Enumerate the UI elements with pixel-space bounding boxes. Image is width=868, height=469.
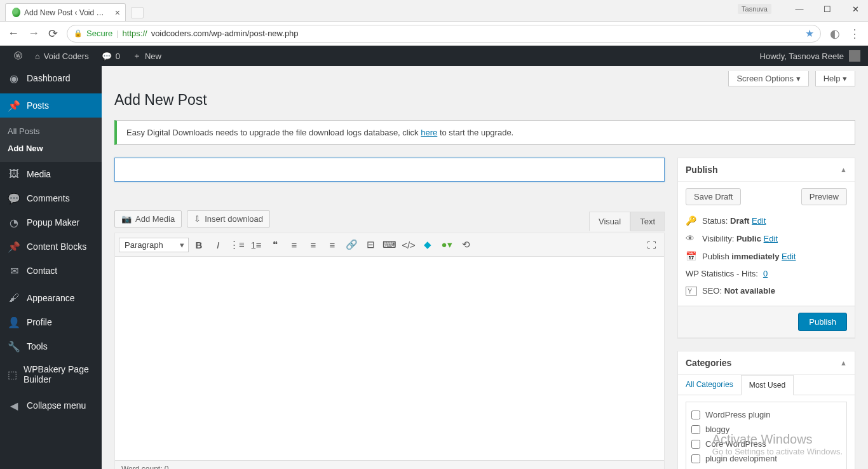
howdy-text[interactable]: Howdy, Tasnova Reete (760, 51, 844, 61)
plugin2-icon[interactable]: ●▾ (438, 236, 456, 254)
sidebar-item-appearance[interactable]: 🖌Appearance (0, 286, 102, 310)
preview-button[interactable]: Preview (801, 188, 847, 205)
reload-button[interactable]: ⟳ (48, 27, 58, 41)
browser-tab[interactable]: Add New Post ‹ Void Cod… × (5, 3, 126, 21)
align-right-button[interactable]: ≡ (323, 236, 341, 254)
publish-button[interactable]: Publish (798, 313, 847, 331)
wordpress-icon: ⓦ (14, 50, 22, 62)
edit-publish-link[interactable]: Edit (782, 252, 796, 261)
forward-button[interactable]: → (28, 27, 39, 40)
post-title-input[interactable] (114, 158, 665, 182)
edit-status-link[interactable]: Edit (752, 216, 766, 226)
sidebar-item-contact[interactable]: ✉Contact (0, 259, 102, 283)
comments-link[interactable]: 💬0 (95, 51, 126, 61)
category-checkbox[interactable] (691, 411, 700, 419)
sidebar-item-posts[interactable]: 📌Posts (0, 93, 102, 118)
menu-icon[interactable]: ⋮ (849, 27, 860, 41)
tab-most-used[interactable]: Most Used (741, 375, 794, 395)
paragraph-select[interactable]: Paragraph (119, 238, 189, 252)
comments-icon: 💬 (8, 192, 20, 205)
sidebar-collapse[interactable]: ◀Collapse menu (0, 393, 102, 418)
italic-button[interactable]: I (209, 236, 227, 254)
screen-options-button[interactable]: Screen Options ▾ (728, 71, 808, 86)
notice-here-link[interactable]: here (421, 128, 437, 137)
popup-icon: ◔ (8, 216, 20, 229)
window-close-button[interactable]: ✕ (843, 0, 868, 18)
category-list[interactable]: WordPress plugin bloggy Core WordPress p… (686, 402, 847, 469)
tab-text[interactable]: Text (630, 212, 665, 231)
sidebar-item-media[interactable]: 🖼Media (0, 162, 102, 186)
sidebar-item-wpbakery[interactable]: ⬚WPBakery Page Builder (0, 358, 102, 390)
lock-icon: 🔒 (74, 29, 83, 37)
upgrade-notice: Easy Digital Downloads needs to upgrade … (114, 120, 855, 145)
plugin1-icon[interactable]: ◆ (419, 236, 437, 254)
extension-icon[interactable]: ◐ (830, 27, 840, 41)
insert-download-button[interactable]: ⇩Insert download (187, 210, 270, 228)
sidebar-item-tools[interactable]: 🔧Tools (0, 334, 102, 358)
bullet-list-button[interactable]: ⋮≡ (228, 236, 246, 254)
new-tab-button[interactable] (131, 7, 144, 18)
fullscreen-button[interactable]: ⛶ (642, 236, 660, 254)
eye-icon: 👁 (686, 233, 697, 243)
link-button[interactable]: 🔗 (342, 236, 360, 254)
quote-button[interactable]: ❝ (266, 236, 284, 254)
number-list-button[interactable]: 1≡ (247, 236, 265, 254)
category-item[interactable]: plugin development (691, 451, 841, 466)
pin-icon: 📌 (8, 99, 20, 112)
tab-all-categories[interactable]: All Categories (678, 375, 741, 395)
maximize-button[interactable]: ☐ (815, 0, 840, 18)
word-count: Word count: 0 (115, 460, 664, 469)
address-bar: ← → ⟳ 🔒 Secure | https://voidcoders.com/… (0, 22, 868, 46)
category-item[interactable]: WordPress News (691, 466, 841, 469)
category-checkbox[interactable] (691, 440, 700, 449)
close-icon[interactable]: × (115, 8, 120, 18)
plus-icon: ＋ (133, 50, 141, 62)
category-item[interactable]: Core WordPress (691, 437, 841, 451)
mail-icon: ✉ (8, 264, 20, 277)
category-checkbox[interactable] (691, 454, 700, 463)
sidebar-item-dashboard[interactable]: ◉Dashboard (0, 66, 102, 90)
editor-canvas[interactable] (115, 257, 664, 460)
sidebar-item-content-blocks[interactable]: 📌Content Blocks (0, 234, 102, 259)
editor-container: Visual Text Paragraph B I ⋮≡ 1≡ ❝ ≡ ≡ (114, 233, 665, 469)
collapse-icon: ◀ (8, 399, 20, 412)
align-center-button[interactable]: ≡ (304, 236, 322, 254)
back-button[interactable]: ← (8, 27, 19, 40)
readmore-button[interactable]: ⊟ (362, 236, 379, 254)
publish-heading[interactable]: Publish▲ (678, 158, 855, 182)
sidebar-item-popup[interactable]: ◔Popup Maker (0, 210, 102, 234)
media-icon: 🖼 (8, 168, 20, 180)
tab-visual[interactable]: Visual (589, 212, 630, 231)
new-link[interactable]: ＋New (126, 50, 168, 62)
site-home-link[interactable]: ⌂Void Coders (29, 51, 95, 61)
sidebar-item-comments[interactable]: 💬Comments (0, 186, 102, 210)
align-left-button[interactable]: ≡ (285, 236, 303, 254)
sidebar-sub-add-new[interactable]: Add New (0, 140, 102, 157)
category-item[interactable]: WordPress plugin (691, 407, 841, 422)
edit-visibility-link[interactable]: Edit (764, 234, 778, 243)
url-input[interactable]: 🔒 Secure | https://voidcoders.com/wp-adm… (67, 25, 821, 43)
browser-tab-bar: Add New Post ‹ Void Cod… × Tasnuva ― ☐ ✕ (0, 0, 868, 22)
avatar[interactable] (849, 50, 860, 62)
category-item[interactable]: bloggy (691, 422, 841, 437)
categories-heading[interactable]: Categories▲ (678, 351, 855, 375)
pin-icon: 📌 (8, 240, 20, 253)
save-draft-button[interactable]: Save Draft (686, 188, 741, 205)
category-checkbox[interactable] (691, 425, 700, 434)
code-button[interactable]: </> (400, 236, 417, 254)
sidebar-item-profile[interactable]: 👤Profile (0, 310, 102, 334)
wrench-icon: 🔧 (8, 340, 20, 353)
help-button[interactable]: Help ▾ (815, 71, 855, 86)
add-media-button[interactable]: 📷Add Media (114, 210, 182, 228)
wp-logo[interactable]: ⓦ (8, 50, 29, 62)
minimize-button[interactable]: ― (787, 0, 812, 18)
toolbar-toggle-button[interactable]: ⌨ (381, 236, 398, 254)
bookmark-icon[interactable]: ★ (805, 27, 814, 39)
browser-profile[interactable]: Tasnuva (738, 4, 771, 14)
chevron-up-icon: ▲ (840, 166, 847, 173)
refresh-button[interactable]: ⟲ (457, 236, 475, 254)
sidebar-sub-all-posts[interactable]: All Posts (0, 123, 102, 140)
bold-button[interactable]: B (190, 236, 208, 254)
tab-title: Add New Post ‹ Void Cod… (24, 8, 106, 17)
stats-link[interactable]: 0 (763, 269, 768, 278)
